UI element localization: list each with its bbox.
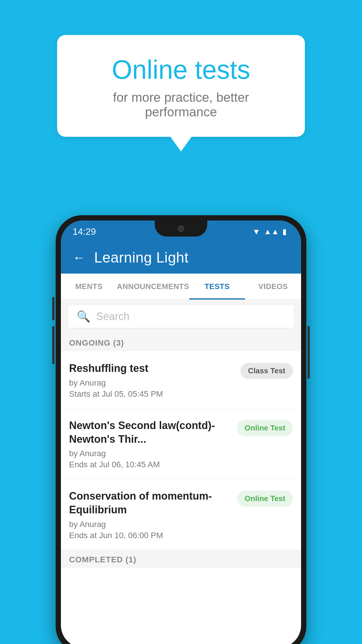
speech-bubble-container: Online tests for more practice, better p… [57, 35, 305, 137]
tab-tests[interactable]: TESTS [189, 274, 245, 300]
volume-up-button[interactable] [52, 297, 55, 320]
test-item[interactable]: Conservation of momentum-Equilibrium by … [61, 479, 301, 550]
phone-screen: 14:29 ▼ ▲▲ ▮ ← Learning Light MENTS ANNO… [61, 220, 301, 644]
search-container: 🔍 Search [61, 300, 301, 333]
status-icons: ▼ ▲▲ ▮ [252, 227, 287, 237]
app-title: Learning Light [94, 249, 189, 266]
tab-assignments[interactable]: MENTS [61, 274, 117, 300]
test-time: Ends at Jun 10, 06:00 PM [69, 531, 231, 540]
tab-videos[interactable]: VIDEOS [245, 274, 301, 300]
app-header: ← Learning Light [61, 242, 301, 274]
test-badge-class: Class Test [240, 363, 293, 379]
test-badge-online: Online Test [237, 491, 293, 507]
speech-bubble: Online tests for more practice, better p… [57, 35, 305, 137]
completed-section-title: COMPLETED (1) [69, 555, 136, 564]
test-item[interactable]: Reshuffling test by Anurag Starts at Jul… [61, 351, 301, 408]
signal-icon: ▲▲ [264, 227, 279, 236]
status-time: 14:29 [73, 226, 96, 237]
test-name: Conservation of momentum-Equilibrium [69, 489, 231, 517]
test-name: Newton's Second law(contd)-Newton's Thir… [69, 419, 231, 446]
tab-announcements[interactable]: ANNOUNCEMENTS [117, 274, 189, 300]
test-list: Reshuffling test by Anurag Starts at Jul… [61, 351, 301, 550]
test-info: Newton's Second law(contd)-Newton's Thir… [69, 419, 237, 470]
power-button[interactable] [307, 326, 310, 379]
test-author: by Anurag [69, 520, 231, 529]
ongoing-section-title: ONGOING (3) [69, 338, 124, 347]
test-name: Reshuffling test [69, 362, 235, 375]
test-author: by Anurag [69, 449, 231, 458]
back-button[interactable]: ← [73, 250, 85, 265]
tab-bar: MENTS ANNOUNCEMENTS TESTS VIDEOS [61, 274, 301, 300]
phone-notch [155, 220, 207, 237]
test-badge-online: Online Test [237, 420, 293, 436]
test-info: Reshuffling test by Anurag Starts at Jul… [69, 362, 240, 399]
search-bar[interactable]: 🔍 Search [68, 305, 294, 328]
test-item[interactable]: Newton's Second law(contd)-Newton's Thir… [61, 408, 301, 479]
speech-bubble-title: Online tests [80, 55, 282, 84]
completed-section-header: COMPLETED (1) [61, 550, 301, 568]
test-time: Starts at Jul 05, 05:45 PM [69, 389, 235, 399]
front-camera [178, 225, 184, 232]
search-input[interactable]: Search [96, 310, 129, 323]
test-time: Ends at Jul 06, 10:45 AM [69, 460, 231, 469]
battery-icon: ▮ [282, 227, 287, 236]
test-author: by Anurag [69, 378, 235, 388]
speech-bubble-subtitle: for more practice, better performance [80, 90, 282, 119]
phone-frame: 14:29 ▼ ▲▲ ▮ ← Learning Light MENTS ANNO… [56, 215, 306, 644]
search-icon: 🔍 [77, 310, 90, 323]
wifi-icon: ▼ [252, 227, 261, 237]
test-info: Conservation of momentum-Equilibrium by … [69, 489, 237, 540]
ongoing-section-header: ONGOING (3) [61, 333, 301, 351]
volume-down-button[interactable] [52, 326, 55, 364]
